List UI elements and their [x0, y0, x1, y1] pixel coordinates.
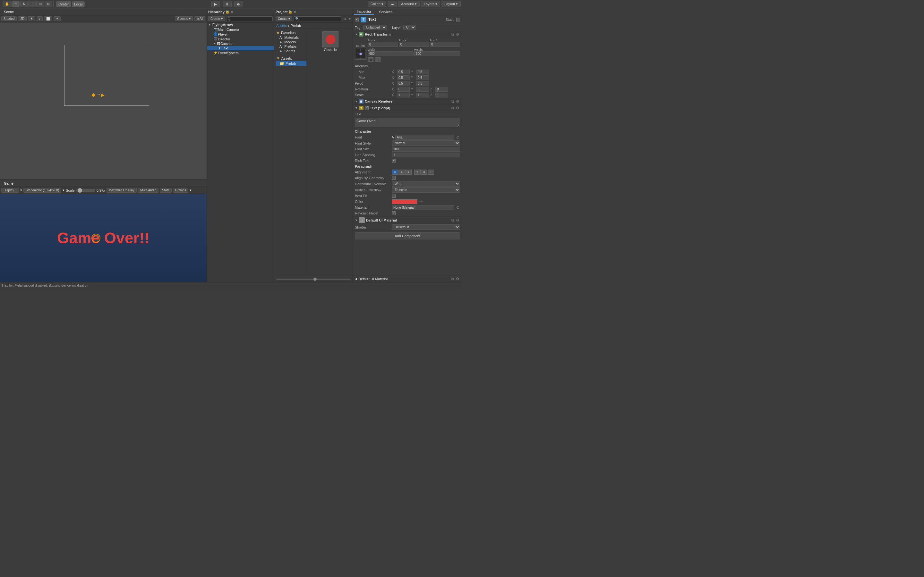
hier-create-btn[interactable]: Create ▾: [208, 16, 225, 21]
canvas-copy-btn[interactable]: ⧉: [451, 99, 455, 103]
hier-search-input[interactable]: [226, 16, 273, 21]
scale-z-input[interactable]: [435, 93, 448, 97]
breadcrumb-assets[interactable]: Assets: [276, 24, 287, 27]
anchor-min-x-input[interactable]: [397, 69, 410, 74]
shader-select[interactable]: UI/Default: [392, 224, 460, 230]
proj-filter-icon[interactable]: ≡: [348, 17, 351, 21]
pos-x-input[interactable]: [368, 42, 398, 47]
text-value-input[interactable]: Game Over!!: [355, 118, 460, 127]
layout-button[interactable]: Layout ▾: [441, 1, 461, 7]
default-ui-material-header[interactable]: ▼ □ Default UI Material ⧉ ⚙: [353, 216, 462, 224]
canvas-gear-btn[interactable]: ⚙: [455, 99, 460, 103]
rot-z-input[interactable]: [435, 87, 448, 92]
proj-search-input[interactable]: [294, 16, 341, 21]
align-middle-btn[interactable]: ≡: [421, 169, 427, 175]
static-checkbox[interactable]: [456, 18, 460, 21]
all-btn[interactable]: ⊕ All: [194, 16, 205, 21]
width-input[interactable]: [368, 51, 414, 56]
best-fit-checkbox[interactable]: [392, 194, 396, 198]
rotate-tool[interactable]: ↻: [20, 1, 27, 7]
anchor-max-y-input[interactable]: [416, 75, 429, 80]
material-gear-btn[interactable]: ⚙: [455, 218, 460, 222]
cloud-button[interactable]: ☁: [388, 1, 397, 7]
height-input[interactable]: [414, 51, 460, 56]
rect-gear-btn[interactable]: ⚙: [455, 32, 460, 37]
sound-btn[interactable]: ♪: [37, 16, 43, 21]
object-name[interactable]: Text: [368, 17, 443, 22]
scene-tab[interactable]: Scene: [1, 9, 16, 15]
maximize-btn[interactable]: Maximize On Play: [107, 188, 137, 193]
proj-assets-folder[interactable]: ▼ Assets: [276, 56, 306, 61]
align-by-geom-checkbox[interactable]: [392, 176, 396, 180]
hier-item-player[interactable]: 👤 Player: [207, 32, 274, 37]
proj-favorites-folder[interactable]: ★ Favorites: [276, 30, 306, 35]
color-swatch[interactable]: [392, 199, 417, 204]
font-size-input[interactable]: [392, 147, 460, 152]
align-bottom-btn[interactable]: ⊥: [428, 169, 434, 175]
2d-btn[interactable]: 2D: [18, 16, 27, 21]
scale-slider-thumb[interactable]: [78, 188, 82, 193]
horiz-overflow-select[interactable]: Wrap Overflow: [392, 181, 460, 187]
rot-y-input[interactable]: [416, 87, 429, 92]
material-pick-btn[interactable]: ⊙: [456, 205, 460, 210]
account-button[interactable]: Account ▾: [398, 1, 420, 7]
hier-item-director[interactable]: 🎬 Director: [207, 37, 274, 41]
rect-transform-header[interactable]: ▼ ⊞ Rect Transform ⧉ ⚙: [353, 31, 462, 37]
collab-button[interactable]: Collab ▾: [368, 1, 386, 7]
proj-menu-btn[interactable]: ≡: [293, 10, 296, 14]
gizmos-btn[interactable]: Gizmos ▾: [175, 16, 193, 21]
pos-y-input[interactable]: [399, 42, 429, 47]
proj-all-materials[interactable]: All Materials: [276, 35, 306, 40]
rich-text-checkbox[interactable]: [392, 159, 396, 163]
proj-all-models[interactable]: All Models: [276, 40, 306, 44]
hier-item-eventsystem[interactable]: ⚡ EventSystem: [207, 50, 274, 55]
color-eyedropper-btn[interactable]: ✏: [419, 199, 423, 204]
shaded-btn[interactable]: Shaded: [1, 16, 17, 21]
project-tab[interactable]: Project: [276, 10, 288, 14]
light-btn[interactable]: ☀: [28, 16, 35, 21]
raycast-checkbox[interactable]: [392, 211, 396, 215]
rot-x-input[interactable]: [397, 87, 410, 92]
rect-copy-btn[interactable]: ⧉: [451, 32, 455, 37]
stretch-btn-1[interactable]: ⊞: [368, 57, 373, 62]
play-button[interactable]: ▶: [211, 1, 220, 7]
transform-tool[interactable]: ⊕: [45, 1, 52, 7]
proj-create-btn[interactable]: Create ▾: [276, 16, 292, 21]
proj-lock-btn[interactable]: 🔒: [288, 10, 293, 14]
pivot-y-input[interactable]: [416, 81, 429, 86]
bottom-gear-btn[interactable]: ⚙: [455, 277, 460, 281]
align-right-btn[interactable]: ≡: [405, 169, 412, 175]
bottom-copy-btn[interactable]: ⧉: [451, 277, 455, 281]
rect-tool[interactable]: ▭: [36, 1, 44, 7]
move-tool[interactable]: ✛: [12, 1, 19, 7]
hand-tool[interactable]: ✋: [3, 1, 11, 7]
layer-select[interactable]: UI: [403, 25, 416, 30]
hierarchy-root[interactable]: ▼ FlyingArrow: [207, 23, 274, 27]
obstacle-item[interactable]: Obstacle: [321, 30, 340, 53]
hierarchy-tab[interactable]: Hierarchy: [208, 10, 225, 14]
align-top-btn[interactable]: ⊤: [414, 169, 421, 175]
anchor-max-x-input[interactable]: [397, 75, 410, 80]
line-spacing-input[interactable]: [392, 153, 460, 157]
font-style-select[interactable]: Normal Bold Italic: [392, 140, 460, 146]
object-active-checkbox[interactable]: [355, 18, 359, 21]
step-button[interactable]: ⏭: [234, 1, 243, 7]
inspector-tab[interactable]: Inspector: [354, 9, 374, 15]
game-gizmos-btn[interactable]: Gizmos: [173, 188, 188, 193]
stats-btn[interactable]: Stats: [160, 188, 172, 193]
skybox-btn[interactable]: ⬜: [44, 16, 52, 21]
font-pick-btn[interactable]: ⊙: [456, 135, 460, 139]
canvas-renderer-header[interactable]: ▼ ▦ Canvas Renderer ⧉ ⚙: [353, 98, 462, 105]
proj-size-slider[interactable]: [276, 279, 351, 280]
align-center-btn[interactable]: ≡: [399, 169, 405, 175]
material-copy-btn[interactable]: ⧉: [451, 218, 455, 222]
proj-all-prefabs[interactable]: All Prefabs: [276, 44, 306, 49]
game-tab[interactable]: Game: [1, 181, 16, 186]
tag-select[interactable]: Untagged: [363, 25, 387, 30]
scale-x-input[interactable]: [397, 93, 410, 97]
hier-item-canvas[interactable]: ▼ 🖼 Canvas: [207, 41, 274, 46]
vert-overflow-select[interactable]: Truncate Overflow: [392, 187, 460, 193]
text-script-enabled[interactable]: [365, 106, 368, 110]
display-btn[interactable]: Display 1: [1, 188, 19, 193]
stretch-btn-2[interactable]: R: [375, 57, 381, 62]
